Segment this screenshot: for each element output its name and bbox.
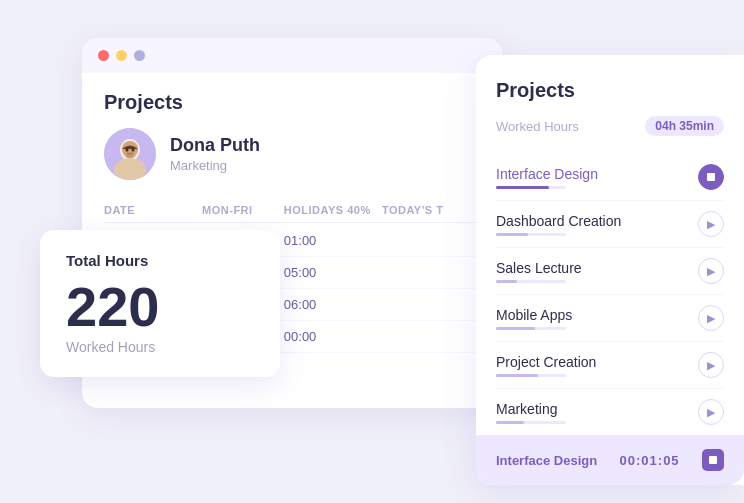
play-icon[interactable]: ▶ — [698, 352, 724, 378]
project-name: Interface Design — [496, 166, 598, 182]
bottom-bar: Interface Design 00:01:05 — [476, 435, 744, 485]
play-icon[interactable]: ▶ — [698, 211, 724, 237]
dot-yellow — [116, 50, 127, 61]
table-header: DATE MON-FRI HOLIDAYS 40% TODAY'S T — [104, 198, 480, 223]
row1-holidays: 01:00 — [284, 233, 382, 248]
play-icon[interactable]: ▶ — [698, 258, 724, 284]
project-bar — [496, 186, 566, 189]
play-icon[interactable]: ▶ — [698, 399, 724, 425]
project-item-sales: Sales Lecture ▶ — [496, 248, 724, 295]
project-name: Sales Lecture — [496, 260, 582, 276]
project-item-marketing: Marketing ▶ — [496, 389, 724, 435]
project-item-left: Sales Lecture — [496, 260, 582, 283]
total-hours-label: Worked Hours — [66, 339, 254, 355]
project-item-left: Mobile Apps — [496, 307, 572, 330]
project-bar-fill — [496, 327, 535, 330]
project-name: Mobile Apps — [496, 307, 572, 323]
project-item-left: Dashboard Creation — [496, 213, 621, 236]
page-title: Projects — [104, 91, 480, 114]
worked-hours-row: Worked Hours 04h 35min — [496, 116, 724, 136]
total-hours-card: Total Hours 220 Worked Hours — [40, 230, 280, 377]
worked-hours-label: Worked Hours — [496, 119, 579, 134]
bottom-bar-name: Interface Design — [496, 453, 597, 468]
project-bar-fill — [496, 233, 528, 236]
project-item-left: Project Creation — [496, 354, 596, 377]
stop-square-icon — [709, 456, 717, 464]
project-bar-fill — [496, 186, 549, 189]
user-role: Marketing — [170, 158, 260, 173]
project-item-dashboard: Dashboard Creation ▶ — [496, 201, 724, 248]
row3-holidays: 06:00 — [284, 297, 382, 312]
user-name: Dona Puth — [170, 135, 260, 156]
user-info: Dona Puth Marketing — [170, 135, 260, 173]
stop-icon[interactable] — [698, 164, 724, 190]
total-hours-title: Total Hours — [66, 252, 254, 269]
project-name: Dashboard Creation — [496, 213, 621, 229]
project-bar-fill — [496, 374, 538, 377]
svg-point-6 — [126, 149, 129, 152]
project-item-left: Interface Design — [496, 166, 598, 189]
bottom-bar-time: 00:01:05 — [620, 453, 680, 468]
project-bar — [496, 421, 566, 424]
dot-red — [98, 50, 109, 61]
titlebar — [82, 38, 502, 73]
play-icon[interactable]: ▶ — [698, 305, 724, 331]
project-item-left: Marketing — [496, 401, 566, 424]
project-name: Marketing — [496, 401, 566, 417]
project-bar — [496, 327, 566, 330]
row2-holidays: 05:00 — [284, 265, 382, 280]
project-list: Interface Design Dashboard Creation ▶ — [496, 154, 724, 435]
project-item-creation: Project Creation ▶ — [496, 342, 724, 389]
project-bar — [496, 233, 566, 236]
right-panel-title: Projects — [496, 79, 724, 102]
col-today: TODAY'S T — [382, 204, 480, 216]
worked-hours-badge: 04h 35min — [645, 116, 724, 136]
project-bar — [496, 374, 566, 377]
bottom-bar-stop-button[interactable] — [702, 449, 724, 471]
total-hours-number: 220 — [66, 279, 254, 335]
project-bar-fill — [496, 421, 524, 424]
dot-green — [134, 50, 145, 61]
avatar — [104, 128, 156, 180]
row4-holidays: 00:00 — [284, 329, 382, 344]
project-bar-fill — [496, 280, 517, 283]
svg-point-7 — [132, 149, 135, 152]
project-bar — [496, 280, 566, 283]
user-row: Dona Puth Marketing — [104, 128, 480, 180]
right-panel: Projects Worked Hours 04h 35min Interfac… — [476, 55, 744, 485]
project-name: Project Creation — [496, 354, 596, 370]
project-item-mobile: Mobile Apps ▶ — [496, 295, 724, 342]
project-item-interface-design: Interface Design — [496, 154, 724, 201]
col-date: DATE — [104, 204, 202, 216]
col-holidays: HOLIDAYS 40% — [284, 204, 382, 216]
col-monfri: MON-FRI — [202, 204, 284, 216]
